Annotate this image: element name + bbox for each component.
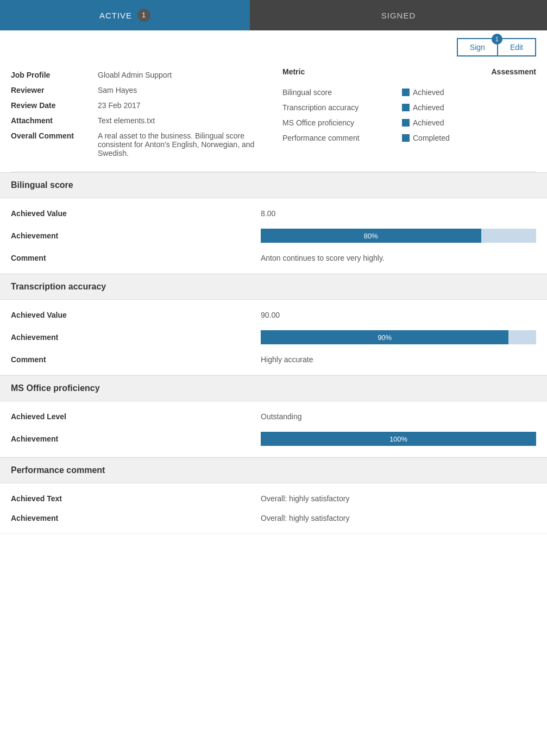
detail-label-2-0: Achieved Level — [11, 412, 261, 421]
review-date-label: Review Date — [11, 101, 98, 110]
section-header-0: Bilingual score — [0, 172, 547, 198]
detail-row-0-1: Achievement 80% — [11, 223, 536, 248]
detail-section-1: Achieved Value 90.00 Achievement 90% Com… — [0, 300, 547, 375]
assessment-text-2: Achieved — [413, 118, 444, 127]
section-header-3: Performance comment — [0, 457, 547, 483]
metric-name-0: Bilingual score — [282, 88, 402, 97]
progress-container-1-1: 90% — [261, 330, 536, 344]
detail-row-0-2: Comment Anton continues to score very hi… — [11, 248, 536, 268]
detail-section-2: Achieved Level Outstanding Achievement 1… — [0, 401, 547, 457]
sign-badge: 1 — [492, 34, 502, 45]
metric-name-3: Performance comment — [282, 134, 402, 142]
section-title-0: Bilingual score — [11, 180, 73, 190]
assessment-icon-0 — [402, 89, 410, 96]
review-date-value: 23 Feb 2017 — [98, 101, 141, 110]
section-title-2: MS Office proficiency — [11, 383, 100, 393]
assessment-icon-2 — [402, 119, 410, 127]
assessment-header: Assessment — [492, 67, 537, 76]
edit-button[interactable]: Edit — [498, 38, 536, 56]
assessment-text-1: Achieved — [413, 103, 444, 112]
detail-value-2-0: Outstanding — [261, 412, 536, 421]
detail-row-1-0: Achieved Value 90.00 — [11, 305, 536, 325]
detail-value-1-2: Highly accurate — [261, 355, 536, 364]
progress-wrapper-2-1: 100% — [261, 432, 536, 446]
detail-label-0-2: Comment — [11, 254, 261, 262]
top-tabs: ACTIVE 1 SIGNED — [0, 0, 547, 30]
progress-container-0-1: 80% — [261, 229, 536, 243]
detail-section-0: Achieved Value 8.00 Achievement 80% Comm… — [0, 198, 547, 274]
progress-container-2-1: 100% — [261, 432, 536, 446]
tab-signed[interactable]: SIGNED — [250, 0, 547, 30]
attachment-value: Text elements.txt — [98, 116, 155, 125]
sign-button[interactable]: 1 Sign — [457, 38, 498, 56]
detail-row-2-0: Achieved Level Outstanding — [11, 407, 536, 426]
section-title-3: Performance comment — [11, 465, 105, 475]
tab-active-label: ACTIVE — [99, 11, 132, 20]
detail-label-2-1: Achievement — [11, 434, 261, 443]
assessment-value-3: Completed — [402, 134, 450, 142]
attachment-label: Attachment — [11, 116, 98, 125]
progress-wrapper-1-1: 90% — [261, 330, 536, 344]
detail-row-3-1: Achievement Overall: highly satisfactory — [11, 508, 536, 528]
progress-fill-2-1: 100% — [261, 432, 536, 446]
detail-value-3-1: Overall: highly satisfactory — [261, 514, 536, 522]
metrics-list: Bilingual score Achieved Transcription a… — [282, 85, 536, 146]
assessment-text-0: Achieved — [413, 88, 444, 97]
overall-comment-label: Overall Comment — [11, 131, 98, 158]
metric-header: Metric — [282, 67, 492, 76]
assessment-icon-1 — [402, 104, 410, 111]
summary-left: Job Profile Gloabl Admin Support Reviewe… — [11, 67, 261, 161]
metric-name-1: Transcription accuracy — [282, 103, 402, 112]
detail-section-3: Achieved Text Overall: highly satisfacto… — [0, 483, 547, 534]
detail-label-1-0: Achieved Value — [11, 311, 261, 319]
reviewer-row: Reviewer Sam Hayes — [11, 83, 261, 98]
assessment-icon-3 — [402, 134, 410, 142]
assessment-text-3: Completed — [413, 134, 450, 142]
overall-comment-row: Overall Comment A real asset to the busi… — [11, 128, 261, 161]
assessment-value-1: Achieved — [402, 103, 444, 112]
detail-label-0-0: Achieved Value — [11, 209, 261, 218]
progress-fill-0-1: 80% — [261, 229, 481, 243]
sign-label: Sign — [470, 43, 485, 52]
detail-value-3-0: Overall: highly satisfactory — [261, 494, 536, 503]
detail-row-0-0: Achieved Value 8.00 — [11, 204, 536, 223]
progress-wrapper-0-1: 80% — [261, 229, 536, 243]
job-profile-row: Job Profile Gloabl Admin Support — [11, 67, 261, 83]
detail-row-2-1: Achievement 100% — [11, 426, 536, 451]
metric-name-2: MS Office proficiency — [282, 118, 402, 127]
assessment-value-0: Achieved — [402, 88, 444, 97]
job-profile-label: Job Profile — [11, 71, 98, 79]
detail-value-1-0: 90.00 — [261, 311, 536, 319]
section-title-1: Transcription accuracy — [11, 282, 106, 291]
metric-row-0: Bilingual score Achieved — [282, 85, 536, 100]
section-header-1: Transcription accuracy — [0, 274, 547, 300]
job-profile-value: Gloabl Admin Support — [98, 71, 172, 79]
metric-row-2: MS Office proficiency Achieved — [282, 115, 536, 130]
detail-row-1-1: Achievement 90% — [11, 325, 536, 350]
reviewer-label: Reviewer — [11, 86, 98, 94]
metric-row-1: Transcription accuracy Achieved — [282, 100, 536, 115]
tab-signed-label: SIGNED — [381, 11, 416, 20]
detail-row-3-0: Achieved Text Overall: highly satisfacto… — [11, 489, 536, 508]
edit-label: Edit — [510, 43, 523, 52]
assessment-value-2: Achieved — [402, 118, 444, 127]
detail-label-3-1: Achievement — [11, 514, 261, 522]
sections-container: Bilingual score Achieved Value 8.00 Achi… — [0, 172, 547, 534]
tab-active-badge: 1 — [137, 9, 150, 22]
detail-label-3-0: Achieved Text — [11, 494, 261, 503]
detail-label-1-2: Comment — [11, 355, 261, 364]
review-date-row: Review Date 23 Feb 2017 — [11, 98, 261, 113]
detail-label-0-1: Achievement — [11, 231, 261, 240]
summary-section: Job Profile Gloabl Admin Support Reviewe… — [0, 62, 547, 172]
detail-value-0-0: 8.00 — [261, 209, 536, 218]
metric-row-3: Performance comment Completed — [282, 130, 536, 146]
overall-comment-value: A real asset to the business. Bilingual … — [98, 131, 261, 158]
section-header-2: MS Office proficiency — [0, 375, 547, 401]
summary-right: Metric Assessment Bilingual score Achiev… — [282, 67, 536, 161]
tab-active[interactable]: ACTIVE 1 — [0, 0, 250, 30]
reviewer-value: Sam Hayes — [98, 86, 137, 94]
attachment-row: Attachment Text elements.txt — [11, 113, 261, 128]
detail-row-1-2: Comment Highly accurate — [11, 350, 536, 369]
actions-row: 1 Sign Edit — [0, 30, 547, 62]
progress-fill-1-1: 90% — [261, 330, 508, 344]
